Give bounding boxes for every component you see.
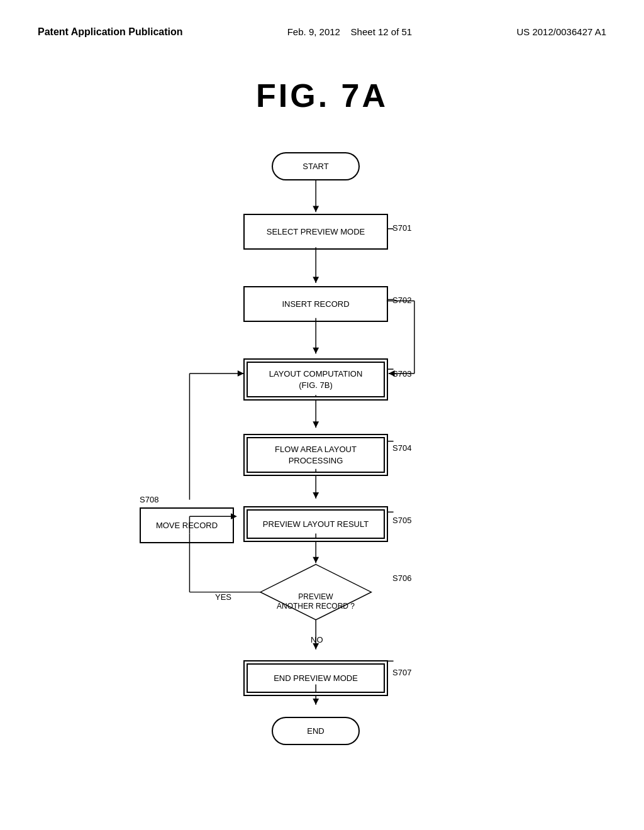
label-no: NO (311, 635, 323, 645)
label-s703: S703 (392, 369, 411, 379)
s705-node: PREVIEW LAYOUT RESULT (243, 506, 388, 542)
page-header: Patent Application Publication Feb. 9, 2… (0, 0, 644, 39)
start-node: START (272, 152, 360, 180)
s702-node: INSERT RECORD (243, 286, 388, 322)
header-center: Feb. 9, 2012 Sheet 12 of 51 (287, 25, 413, 38)
svg-marker-11 (313, 557, 319, 563)
s706-label: PREVIEWANOTHER RECORD ? (265, 589, 366, 614)
end-node: END (272, 717, 360, 745)
svg-marker-5 (313, 348, 319, 354)
svg-marker-7 (313, 422, 319, 428)
s704-node: FLOW AREA LAYOUTPROCESSING (243, 434, 388, 476)
label-s707: S707 (392, 668, 411, 677)
label-s702: S702 (392, 296, 411, 305)
diagram-container: START SELECT PREVIEW MODE INSERT RECORD … (133, 133, 511, 731)
svg-marker-3 (313, 277, 319, 284)
label-yes: YES (215, 592, 231, 602)
header-left: Patent Application Publication (38, 25, 183, 39)
svg-marker-16 (313, 699, 319, 705)
label-s706: S706 (392, 573, 411, 583)
s703-node: LAYOUT COMPUTATION(FIG. 7B) (243, 358, 388, 401)
s701-node: SELECT PREVIEW MODE (243, 214, 388, 250)
label-s701: S701 (392, 223, 411, 233)
label-s704: S704 (392, 443, 411, 453)
s708-node: MOVE RECORD (140, 507, 234, 543)
svg-marker-9 (313, 492, 319, 499)
header-right: US 2012/0036427 A1 (516, 25, 606, 38)
svg-marker-1 (313, 206, 319, 213)
s707-node: END PREVIEW MODE (243, 660, 388, 696)
label-s705: S705 (392, 516, 411, 525)
label-s708: S708 (140, 495, 158, 504)
fig-title: FIG. 7A (0, 77, 644, 114)
